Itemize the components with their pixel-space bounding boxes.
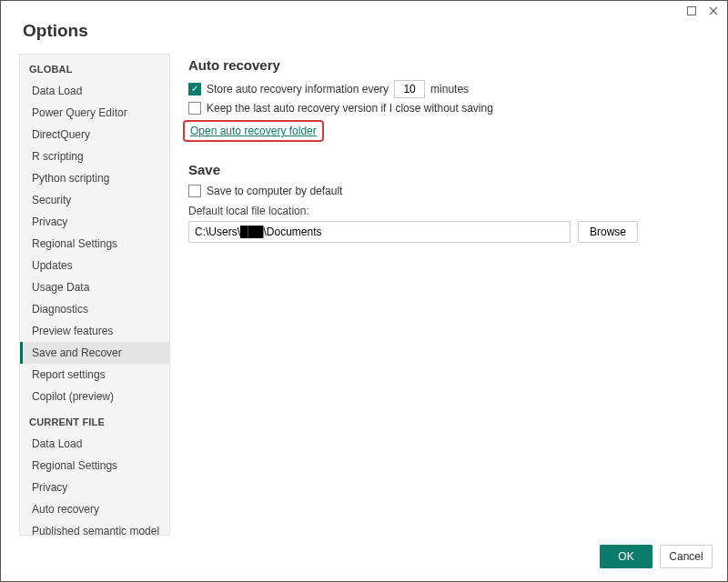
label-default-location: Default local file location: xyxy=(188,205,713,217)
input-minutes[interactable] xyxy=(394,80,425,98)
nav-power-query-editor[interactable]: Power Query Editor xyxy=(20,102,169,124)
checkbox-keep-last[interactable] xyxy=(188,102,201,115)
nav-diagnostics[interactable]: Diagnostics xyxy=(20,298,169,320)
nav-updates[interactable]: Updates xyxy=(20,255,169,276)
row-default-location-path: Browse xyxy=(188,221,713,243)
sidebar-section-current-file: CURRENT FILE xyxy=(20,407,169,433)
nav-preview-features[interactable]: Preview features xyxy=(20,320,169,342)
nav-security[interactable]: Security xyxy=(20,189,169,211)
label-save-default: Save to computer by default xyxy=(207,185,342,197)
section-title-save: Save xyxy=(188,162,713,177)
ok-button[interactable]: OK xyxy=(600,545,652,568)
close-icon[interactable] xyxy=(707,5,720,17)
sidebar-section-global: GLOBAL xyxy=(20,55,169,80)
nav-r-scripting[interactable]: R scripting xyxy=(20,146,169,167)
nav-cf-auto-recovery[interactable]: Auto recovery xyxy=(20,498,169,520)
section-title-auto-recovery: Auto recovery xyxy=(188,57,713,73)
label-store-info-prefix: Store auto recovery information every xyxy=(207,83,389,95)
options-dialog: Options GLOBAL Data Load Power Query Edi… xyxy=(0,0,728,582)
content-pane: Auto recovery ✓ Store auto recovery info… xyxy=(170,54,713,536)
checkbox-store-info[interactable]: ✓ xyxy=(188,83,201,95)
input-default-location[interactable] xyxy=(188,221,571,243)
label-keep-last: Keep the last auto recovery version if I… xyxy=(207,102,493,115)
nav-copilot-preview[interactable]: Copilot (preview) xyxy=(20,386,169,407)
maximize-icon[interactable] xyxy=(685,5,698,17)
browse-button[interactable]: Browse xyxy=(578,221,638,243)
dialog-footer: OK Cancel xyxy=(1,536,727,581)
nav-cf-privacy[interactable]: Privacy xyxy=(20,477,169,498)
cancel-button[interactable]: Cancel xyxy=(660,545,713,568)
svg-rect-0 xyxy=(688,7,696,15)
nav-cf-published-semantic[interactable]: Published semantic model settings xyxy=(20,520,169,536)
link-open-recovery-folder[interactable]: Open auto recovery folder xyxy=(190,125,317,137)
nav-directquery[interactable]: DirectQuery xyxy=(20,124,169,146)
nav-regional-settings[interactable]: Regional Settings xyxy=(20,233,169,255)
nav-usage-data[interactable]: Usage Data xyxy=(20,276,169,298)
label-store-info-suffix: minutes xyxy=(430,83,469,95)
dialog-title: Options xyxy=(1,17,727,54)
row-store-info: ✓ Store auto recovery information every … xyxy=(188,80,713,98)
highlight-open-folder: Open auto recovery folder xyxy=(183,120,324,142)
checkbox-save-default[interactable] xyxy=(188,185,201,197)
nav-cf-regional-settings[interactable]: Regional Settings xyxy=(20,455,169,477)
nav-report-settings[interactable]: Report settings xyxy=(20,364,169,386)
row-keep-last: Keep the last auto recovery version if I… xyxy=(188,102,713,115)
nav-data-load[interactable]: Data Load xyxy=(20,80,169,102)
sidebar: GLOBAL Data Load Power Query Editor Dire… xyxy=(19,54,170,536)
row-save-default: Save to computer by default xyxy=(188,185,713,197)
titlebar xyxy=(1,1,727,17)
nav-save-and-recover[interactable]: Save and Recover xyxy=(20,342,169,364)
nav-privacy[interactable]: Privacy xyxy=(20,211,169,233)
nav-cf-data-load[interactable]: Data Load xyxy=(20,433,169,455)
nav-python-scripting[interactable]: Python scripting xyxy=(20,167,169,189)
